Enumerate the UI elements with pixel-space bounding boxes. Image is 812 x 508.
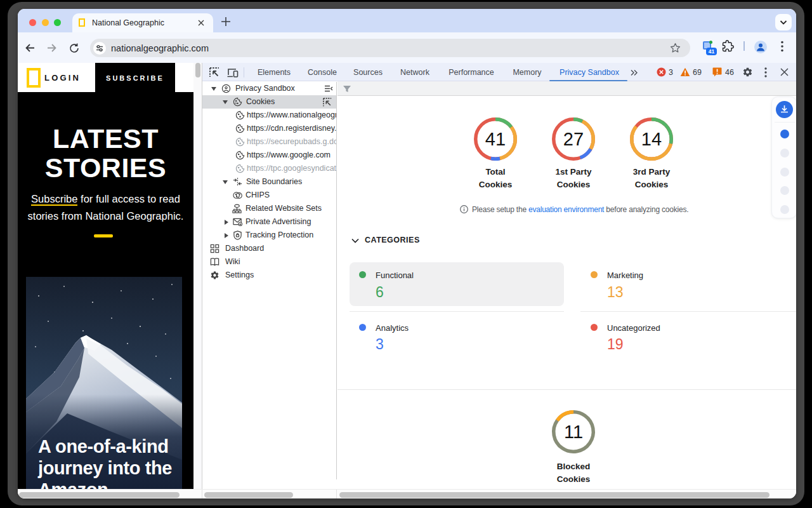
svg-text:14: 14 bbox=[641, 129, 662, 149]
svg-text:11: 11 bbox=[564, 422, 583, 442]
svg-text:41: 41 bbox=[485, 129, 506, 149]
svg-text:27: 27 bbox=[563, 129, 584, 149]
